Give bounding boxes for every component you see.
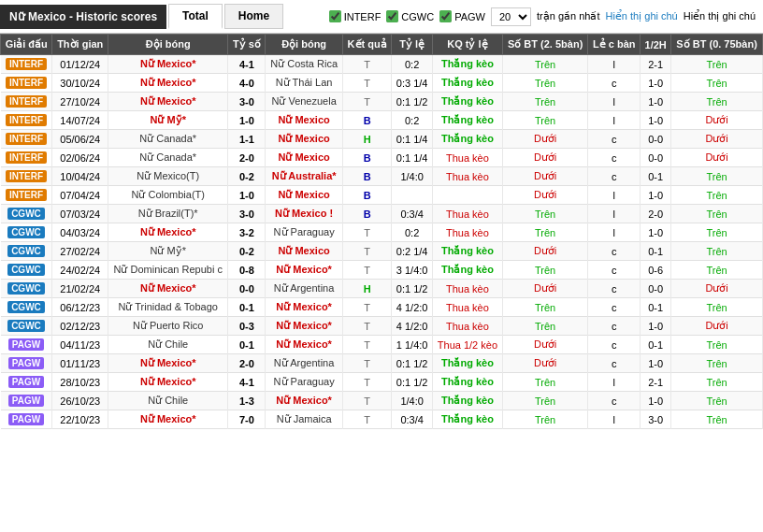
- date-cell: 07/04/24: [52, 186, 108, 205]
- kq-ratio-cell: Thua kèo: [432, 280, 502, 298]
- team1-cell[interactable]: Nữ Mexico*: [108, 354, 228, 373]
- kq-ratio-cell: Thua 1/2 kèo: [432, 336, 502, 354]
- team2-cell[interactable]: Nữ Mexico*: [266, 317, 343, 336]
- filter-cgwc[interactable]: CGWC: [386, 10, 434, 22]
- team1-cell[interactable]: Nữ Trinidad & Tobago: [108, 298, 228, 317]
- half-cell: 0-1: [641, 167, 671, 186]
- league-badge: CGWC: [7, 301, 45, 313]
- le-c-cell: c: [588, 242, 641, 261]
- so-bt1-cell: Dưới: [502, 242, 587, 261]
- so-bt1-cell: Trên: [502, 317, 587, 336]
- league-badge: INTERF: [6, 77, 47, 89]
- count-select[interactable]: 51015202530: [491, 7, 531, 26]
- team2-cell[interactable]: Nữ Mexico: [266, 111, 343, 130]
- league-badge-cell: INTERF: [1, 74, 52, 93]
- team2-cell[interactable]: Nữ Mexico*: [266, 336, 343, 354]
- date-cell: 27/10/24: [52, 93, 108, 111]
- team1-cell[interactable]: Nữ Mỹ*: [108, 242, 228, 261]
- table-row: INTERF 05/06/24 Nữ Canada* 1-1 Nữ Mexico…: [1, 130, 763, 149]
- kq-ratio-cell: [432, 186, 502, 205]
- tab-total[interactable]: Total: [168, 4, 223, 29]
- filter-pagw[interactable]: PAGW: [439, 10, 485, 22]
- team1-cell[interactable]: Nữ Canada*: [108, 130, 228, 149]
- team1-cell[interactable]: Nữ Canada*: [108, 149, 228, 167]
- le-c-cell: c: [588, 317, 641, 336]
- league-badge: INTERF: [6, 151, 47, 164]
- team1-cell[interactable]: Nữ Mexico*: [108, 93, 228, 111]
- date-cell: 14/07/24: [52, 111, 108, 130]
- ratio-cell: 0:1 1/4: [392, 130, 433, 149]
- so-bt2-cell: Dưới: [671, 317, 763, 336]
- half-cell: 0-1: [641, 242, 671, 261]
- team2-cell[interactable]: Nữ Argentina: [266, 280, 343, 298]
- col-so-bt2: Số BT (0. 75bàn): [671, 35, 763, 55]
- team1-cell[interactable]: Nữ Dominican Repubi c: [108, 261, 228, 280]
- team1-cell[interactable]: Nữ Puerto Rico: [108, 317, 228, 336]
- result-cell: T: [342, 74, 391, 93]
- team2-cell[interactable]: Nữ Argentina: [266, 354, 343, 373]
- ratio-cell: 0:1 1/2: [392, 354, 433, 373]
- team2-cell[interactable]: Nữ Mexico*: [266, 261, 343, 280]
- team2-cell[interactable]: Nữ Mexico*: [266, 298, 343, 317]
- le-c-cell: c: [588, 149, 641, 167]
- header-bar: Nữ Mexico - Historic scores Total Home I…: [0, 0, 763, 34]
- team2-cell[interactable]: Nữ Mexico: [266, 186, 343, 205]
- show-note-label[interactable]: Hiển thị ghi chú: [605, 10, 677, 22]
- team2-cell[interactable]: Nữ Mexico !: [266, 205, 343, 223]
- table-row: INTERF 27/10/24 Nữ Mexico* 3-0 Nữ Venezu…: [1, 93, 763, 111]
- tab-home[interactable]: Home: [224, 4, 283, 29]
- le-c-cell: c: [588, 130, 641, 149]
- so-bt1-cell: Trên: [502, 111, 587, 130]
- team1-cell[interactable]: Nữ Mexico*: [108, 410, 228, 429]
- team1-cell[interactable]: Nữ Mexico*: [108, 280, 228, 298]
- so-bt2-cell: Trên: [671, 186, 763, 205]
- le-c-cell: c: [588, 74, 641, 93]
- date-cell: 01/11/23: [52, 354, 108, 373]
- team2-cell[interactable]: Nữ Mexico: [266, 149, 343, 167]
- filter-interf[interactable]: INTERF: [329, 10, 382, 22]
- team2-cell[interactable]: Nữ Jamaica: [266, 410, 343, 429]
- half-cell: 2-1: [641, 55, 671, 74]
- team1-cell[interactable]: Nữ Mexico(T): [108, 167, 228, 186]
- team1-cell[interactable]: Nữ Chile: [108, 392, 228, 410]
- team2-cell[interactable]: Nữ Venezuela: [266, 93, 343, 111]
- half-cell: 2-0: [641, 205, 671, 223]
- team2-cell[interactable]: Nữ Mexico: [266, 130, 343, 149]
- so-bt1-cell: Dưới: [502, 149, 587, 167]
- result-cell: T: [342, 242, 391, 261]
- team1-cell[interactable]: Nữ Chile: [108, 336, 228, 354]
- result-cell: B: [342, 186, 391, 205]
- team2-cell[interactable]: Nữ Thái Lan: [266, 74, 343, 93]
- team2-cell[interactable]: Nữ Paraguay: [266, 373, 343, 392]
- score-cell: 4-0: [228, 74, 266, 93]
- score-cell: 2-0: [228, 149, 266, 167]
- so-bt1-cell: Trên: [502, 410, 587, 429]
- team2-cell[interactable]: Nữ Paraguay: [266, 223, 343, 242]
- team2-cell[interactable]: Nữ Costa Rica: [266, 55, 343, 74]
- kq-ratio-cell: Thắng kèo: [432, 242, 502, 261]
- table-row: CGWC 21/02/24 Nữ Mexico* 0-0 Nữ Argentin…: [1, 280, 763, 298]
- so-bt2-cell: Trên: [671, 261, 763, 280]
- team1-cell[interactable]: Nữ Mexico*: [108, 55, 228, 74]
- team2-cell[interactable]: Nữ Mexico*: [266, 392, 343, 410]
- so-bt2-cell: Trên: [671, 298, 763, 317]
- team1-cell[interactable]: Nữ Mexico*: [108, 373, 228, 392]
- team1-cell[interactable]: Nữ Mexico*: [108, 74, 228, 93]
- kq-ratio-cell: Thắng kèo: [432, 111, 502, 130]
- team2-cell[interactable]: Nữ Australia*: [266, 167, 343, 186]
- half-cell: 0-0: [641, 149, 671, 167]
- league-badge-cell: PAGW: [1, 336, 52, 354]
- so-bt2-cell: Dưới: [671, 280, 763, 298]
- league-badge-cell: CGWC: [1, 242, 52, 261]
- team1-cell[interactable]: Nữ Mỹ*: [108, 111, 228, 130]
- date-cell: 22/10/23: [52, 410, 108, 429]
- date-cell: 30/10/24: [52, 74, 108, 93]
- team2-cell[interactable]: Nữ Mexico: [266, 242, 343, 261]
- team1-cell[interactable]: Nữ Colombia(T): [108, 186, 228, 205]
- col-so-bt1: Số BT (2. 5bàn): [502, 35, 587, 55]
- date-cell: 06/12/23: [52, 298, 108, 317]
- team1-cell[interactable]: Nữ Mexico*: [108, 223, 228, 242]
- team1-cell[interactable]: Nữ Brazil(T)*: [108, 205, 228, 223]
- date-cell: 04/11/23: [52, 336, 108, 354]
- half-cell: 1-0: [641, 186, 671, 205]
